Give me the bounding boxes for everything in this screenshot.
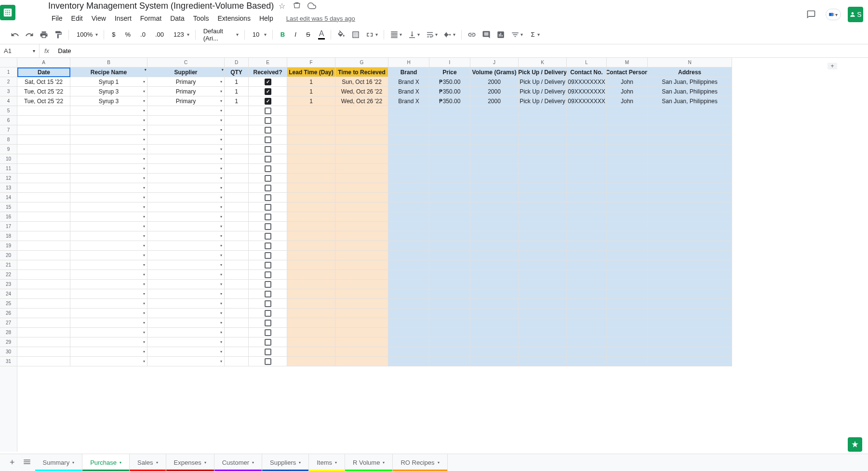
empty-cell[interactable] <box>17 116 70 125</box>
explore-button[interactable] <box>848 437 862 452</box>
empty-cell[interactable] <box>567 202 607 212</box>
dropdown-arrow-icon[interactable]: ▾ <box>143 272 145 277</box>
empty-cell[interactable] <box>607 212 648 222</box>
checkbox[interactable] <box>265 165 271 172</box>
empty-cell[interactable] <box>17 212 70 222</box>
row-header[interactable]: 17 <box>0 222 17 231</box>
empty-cell[interactable] <box>567 328 607 337</box>
dropdown-arrow-icon[interactable]: ▾ <box>220 128 222 132</box>
checkbox[interactable] <box>265 127 271 134</box>
empty-cell[interactable] <box>607 125 648 135</box>
empty-cell[interactable] <box>648 289 732 299</box>
empty-cell[interactable] <box>648 202 732 212</box>
data-cell[interactable]: Brand X <box>388 87 429 96</box>
empty-cell[interactable] <box>287 328 335 337</box>
checkbox[interactable] <box>265 146 271 153</box>
menu-file[interactable]: File <box>48 13 66 24</box>
dropdown-arrow-icon[interactable]: ▾ <box>143 234 145 238</box>
empty-cell[interactable] <box>388 212 429 222</box>
empty-cell[interactable] <box>287 289 335 299</box>
column-title-cell[interactable]: Received? <box>249 67 287 77</box>
empty-cell[interactable] <box>519 212 567 222</box>
empty-cell[interactable] <box>335 289 388 299</box>
empty-cell[interactable] <box>249 174 287 183</box>
empty-cell[interactable] <box>17 289 70 299</box>
empty-cell[interactable]: ▾ <box>70 347 147 357</box>
dropdown-arrow-icon[interactable]: ▾ <box>143 195 145 200</box>
row-header[interactable]: 1 <box>0 67 17 77</box>
empty-cell[interactable] <box>519 241 567 251</box>
data-cell[interactable]: 1 <box>225 87 249 96</box>
dropdown-arrow-icon[interactable]: ▾ <box>143 330 145 335</box>
empty-cell[interactable] <box>648 309 732 318</box>
empty-cell[interactable] <box>388 357 429 366</box>
col-header-K[interactable]: K <box>519 58 567 67</box>
dropdown-arrow-icon[interactable]: ▾ <box>143 186 145 190</box>
empty-cell[interactable] <box>648 116 732 125</box>
empty-cell[interactable] <box>249 251 287 260</box>
row-header[interactable]: 24 <box>0 289 17 299</box>
empty-cell[interactable] <box>567 116 607 125</box>
row-header[interactable]: 3 <box>0 87 17 96</box>
empty-cell[interactable]: ▾ <box>70 174 147 183</box>
empty-cell[interactable] <box>519 299 567 309</box>
add-sheet-button[interactable]: + <box>6 456 19 470</box>
increase-decimal-button[interactable]: .00 <box>150 28 169 41</box>
empty-cell[interactable] <box>249 106 287 116</box>
empty-cell[interactable] <box>470 174 519 183</box>
empty-cell[interactable]: ▾ <box>147 116 225 125</box>
empty-cell[interactable] <box>388 241 429 251</box>
empty-cell[interactable] <box>470 231 519 241</box>
data-cell[interactable]: ₱350.00 <box>429 87 470 96</box>
empty-cell[interactable] <box>429 309 470 318</box>
data-cell[interactable]: 1 <box>287 87 335 96</box>
undo-button[interactable] <box>8 28 22 41</box>
empty-cell[interactable] <box>287 193 335 202</box>
column-title-cell[interactable]: Time to Recieved <box>335 67 388 77</box>
empty-cell[interactable]: ▾ <box>147 299 225 309</box>
empty-cell[interactable] <box>470 357 519 366</box>
chevron-down-icon[interactable]: ▾ <box>299 460 301 465</box>
formula-bar[interactable] <box>54 47 868 54</box>
empty-cell[interactable] <box>225 154 249 164</box>
empty-cell[interactable] <box>388 347 429 357</box>
empty-cell[interactable] <box>607 299 648 309</box>
dropdown-arrow-icon[interactable]: ▾ <box>143 128 145 132</box>
empty-cell[interactable] <box>470 289 519 299</box>
data-cell[interactable]: 1 <box>225 96 249 106</box>
data-cell[interactable]: San Juan, Philippines <box>648 77 732 87</box>
empty-cell[interactable] <box>249 116 287 125</box>
empty-cell[interactable] <box>470 125 519 135</box>
empty-cell[interactable] <box>567 183 607 193</box>
data-cell[interactable]: Sun, Oct 16 '22 <box>335 77 388 87</box>
empty-cell[interactable] <box>429 289 470 299</box>
empty-cell[interactable] <box>648 280 732 289</box>
link-button[interactable] <box>465 28 479 41</box>
empty-cell[interactable] <box>17 241 70 251</box>
checkbox[interactable] <box>265 214 271 220</box>
empty-cell[interactable]: ▾ <box>70 154 147 164</box>
empty-cell[interactable] <box>388 116 429 125</box>
empty-cell[interactable] <box>470 183 519 193</box>
dropdown-arrow-icon[interactable]: ▾ <box>143 253 145 257</box>
empty-cell[interactable] <box>388 231 429 241</box>
empty-cell[interactable] <box>567 280 607 289</box>
empty-cell[interactable] <box>249 145 287 154</box>
row-header[interactable]: 29 <box>0 337 17 347</box>
empty-cell[interactable] <box>335 135 388 145</box>
row-header[interactable]: 10 <box>0 154 17 164</box>
empty-cell[interactable] <box>470 337 519 347</box>
empty-cell[interactable] <box>429 202 470 212</box>
empty-cell[interactable] <box>429 145 470 154</box>
fill-color-button[interactable] <box>334 28 348 41</box>
row-header[interactable]: 2 <box>0 77 17 87</box>
font-size-dropdown[interactable]: 10▾ <box>248 28 269 41</box>
empty-cell[interactable] <box>607 347 648 357</box>
empty-cell[interactable] <box>567 309 607 318</box>
empty-cell[interactable] <box>648 164 732 174</box>
empty-cell[interactable] <box>388 299 429 309</box>
data-cell[interactable]: Pick Up / Delivery <box>519 87 567 96</box>
data-cell[interactable]: San Juan, Philippines <box>648 96 732 106</box>
dropdown-arrow-icon[interactable]: ▾ <box>143 80 145 84</box>
empty-cell[interactable]: ▾ <box>147 135 225 145</box>
